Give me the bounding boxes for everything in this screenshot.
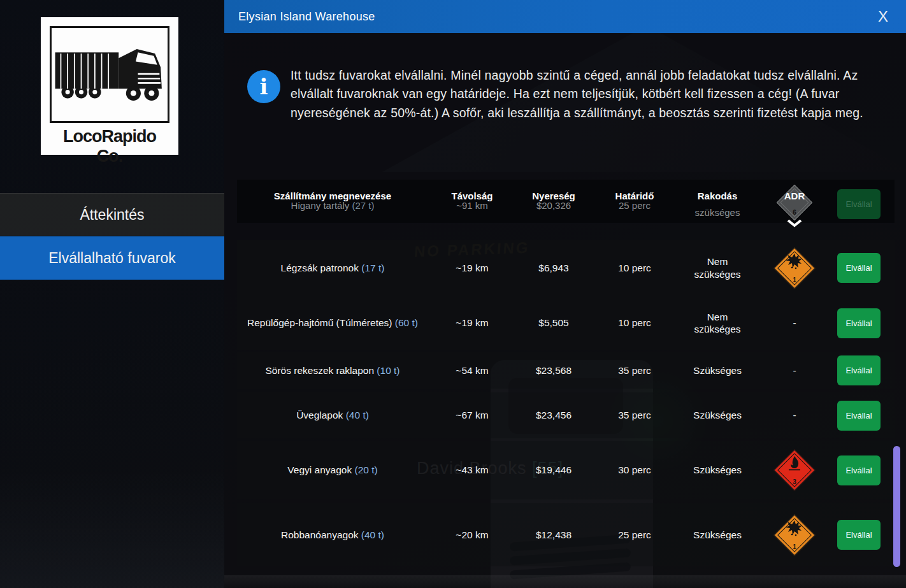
job-board-window: NO PARKING David Brooks [55] — [0, 0, 906, 588]
scroll-down-indicator — [786, 219, 803, 231]
table-row-dimmed-deadline: 25 perc — [619, 200, 651, 211]
column-header-adr: ADR — [784, 190, 805, 201]
column-header-loading: Rakodás — [698, 190, 738, 201]
table-row-dimmed-profit: $20,326 — [536, 200, 571, 211]
sidebar: LocoRapido Co. Áttekintés Elvállalható f… — [0, 0, 224, 588]
table-row: Robbanóanyagok (40 t) ~20 km $12,438 25 … — [237, 503, 895, 566]
accept-button-dimmed[interactable]: Elvállal — [837, 189, 881, 219]
table-header: Szállítmány megnevezése Távolság Nyeresé… — [237, 180, 895, 223]
accept-button[interactable]: Elvállal — [837, 308, 881, 338]
sidebar-item-overview[interactable]: Áttekintés — [0, 193, 224, 236]
table-row: Repülőgép-hajtómű (Túlméretes) (60 t) ~1… — [237, 296, 895, 350]
adr-none: - — [793, 365, 796, 376]
company-logo: LocoRapido Co. — [41, 17, 178, 155]
adr-placard-class-1: 1 — [773, 514, 816, 556]
table-row: Vegyi anyagok (20 t) ~43 km $19,446 30 p… — [237, 441, 895, 499]
main-panel: Elysian Island Warehouse X i Itt tudsz f… — [224, 0, 906, 588]
table-row-dimmed-name: Higany tartály (27 t) — [291, 200, 375, 211]
floor-strip — [224, 575, 906, 588]
titlebar: Elysian Island Warehouse X — [224, 0, 906, 33]
page-title: Elysian Island Warehouse — [238, 10, 375, 24]
adr-placard-class-1: 1 — [773, 247, 816, 289]
close-button[interactable]: X — [872, 5, 895, 28]
table-row: Üveglapok (40 t) ~67 km $23,456 35 perc … — [237, 392, 895, 438]
scrollbar-thumb[interactable] — [893, 446, 900, 567]
company-name: LocoRapido Co. — [50, 127, 169, 166]
table-row-dimmed-distance: ~91 km — [456, 200, 488, 211]
accept-button[interactable]: Elvállal — [837, 355, 881, 385]
accept-button[interactable]: Elvállal — [837, 520, 881, 550]
truck-logo-icon — [50, 26, 169, 123]
accept-button[interactable]: Elvállal — [837, 401, 881, 431]
table-row: Légzsák patronok (17 t) ~19 km $6,943 10… — [237, 240, 895, 296]
accept-button[interactable]: Elvállal — [837, 455, 881, 485]
info-banner: i Itt tudsz fuvarokat elvállalni. Minél … — [247, 66, 891, 122]
table-row: Sörös rekeszek raklapon (10 t) ~54 km $2… — [237, 352, 895, 389]
adr-none: - — [793, 317, 796, 329]
sidebar-item-available-jobs[interactable]: Elvállalható fuvarok — [0, 236, 224, 280]
adr-placard-class-6-dimmed: 6 — [775, 183, 814, 222]
adr-none: - — [793, 410, 796, 421]
adr-placard-class-3: 3 — [773, 449, 816, 491]
table-row-dimmed-loading: szükséges — [695, 207, 740, 218]
accept-button[interactable]: Elvállal — [837, 253, 881, 283]
info-text: Itt tudsz fuvarokat elvállalni. Minél na… — [291, 66, 889, 122]
info-icon: i — [247, 70, 280, 103]
